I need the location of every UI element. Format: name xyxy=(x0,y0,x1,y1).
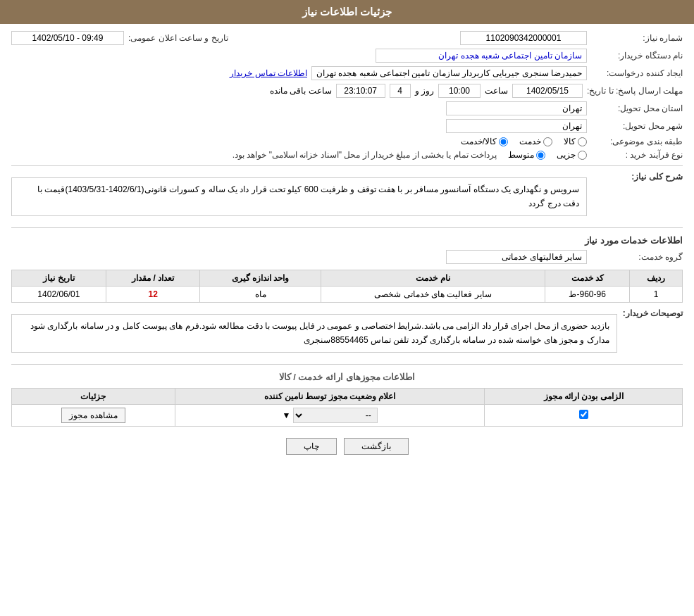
page-header: جزئیات اطلاعات نیاز xyxy=(0,0,694,24)
permit-required-checkbox[interactable] xyxy=(579,410,588,419)
service-group-label: گروه خدمت: xyxy=(591,252,683,262)
chevron-down-icon: ▼ xyxy=(282,410,290,420)
time-label: ساعت xyxy=(485,86,508,96)
action-buttons: بازگشت چاپ xyxy=(11,438,683,455)
category-radio-group: کالا خدمت کالا/خدمت xyxy=(461,137,587,146)
buyer-notes-row: توصیحات خریدار: بازدید حضوری از محل اجرا… xyxy=(11,308,683,358)
creator-value: حمیدرضا سنجری جیربایی کاربردار سازمان تا… xyxy=(311,66,587,80)
process-radio-group: جزیی متوسط پرداخت تمام یا بخشی از مبلغ خ… xyxy=(233,150,587,160)
contact-link[interactable]: اطلاعات تماس خریدار xyxy=(230,68,307,78)
col-code: کد خدمت xyxy=(545,270,629,286)
remaining-label: ساعت باقی مانده xyxy=(270,86,332,96)
divider-1 xyxy=(11,165,683,166)
day-label: روز و xyxy=(415,86,434,96)
description-label: شرح کلی نیاز: xyxy=(591,172,683,182)
content-area: شماره نیاز: 1102090342000001 تاریخ و ساع… xyxy=(0,24,694,462)
creator-label: ایجاد کننده درخواست: xyxy=(591,68,683,78)
city-row: شهر محل تحویل: تهران xyxy=(11,119,683,133)
province-label: استان محل تحویل: xyxy=(591,103,683,113)
process-option-minor[interactable]: جزیی xyxy=(557,150,587,160)
remaining-value: 23:10:07 xyxy=(336,84,385,98)
deadline-row: مهلت ارسال پاسخ: تا تاریخ: 1402/05/15 سا… xyxy=(11,84,683,98)
buyer-notes-text: بازدید حضوری از محل اجرای قرار داد الزام… xyxy=(11,314,617,353)
cell-row-num: 1 xyxy=(630,286,683,302)
permit-row: -- ▼ مشاهده مجوز xyxy=(12,404,683,426)
process-label: نوع فرآیند خرید : xyxy=(591,150,683,160)
process-note: پرداخت تمام یا بخشی از مبلغ خریدار از مح… xyxy=(233,150,497,160)
process-option-medium[interactable]: متوسط xyxy=(508,150,545,160)
divider-2 xyxy=(11,227,683,228)
process-radio-minor[interactable] xyxy=(578,151,587,160)
col-status: اعلام وضعیت مجوز توسط نامین کننده xyxy=(175,388,485,404)
cell-count: 12 xyxy=(106,286,200,302)
day-value: 4 xyxy=(390,84,411,98)
back-button[interactable]: بازگشت xyxy=(344,438,409,455)
col-name: نام خدمت xyxy=(321,270,545,286)
cell-unit: ماه xyxy=(200,286,321,302)
category-label: طبقه بندی موضوعی: xyxy=(591,137,683,146)
permit-required-cell xyxy=(485,404,683,426)
province-value: تهران xyxy=(446,101,587,115)
category-radio-both[interactable] xyxy=(499,137,508,146)
cell-name: سایر فعالیت های خدماتی شخصی xyxy=(321,286,545,302)
permit-details-cell: مشاهده مجوز xyxy=(12,404,175,426)
datetime-value: 1402/05/10 - 09:49 xyxy=(11,31,124,45)
deadline-label: مهلت ارسال پاسخ: تا تاریخ: xyxy=(587,86,683,96)
category-option-goods[interactable]: کالا xyxy=(564,137,587,146)
datetime-label: تاریخ و ساعت اعلان عمومی: xyxy=(128,33,228,43)
description-row: شرح کلی نیاز: سرویس و نگهداری یک دستگاه … xyxy=(11,172,683,222)
need-number-label: شماره نیاز: xyxy=(591,33,683,43)
col-details: جزئیات xyxy=(12,388,175,404)
services-table: ردیف کد خدمت نام خدمت واحد اندازه گیری ت… xyxy=(11,270,683,303)
permits-table: الزامی بودن ارائه مجوز اعلام وضعیت مجوز … xyxy=(11,388,683,427)
service-group-row: گروه خدمت: سایر فعالیتهای خدماتی xyxy=(11,250,683,264)
category-option-service[interactable]: خدمت xyxy=(519,137,552,146)
table-row: 1 960-96-ط سایر فعالیت های خدماتی شخصی م… xyxy=(12,286,683,302)
divider-3 xyxy=(11,364,683,365)
services-section-title: اطلاعات خدمات مورد نیاز xyxy=(11,235,683,246)
need-number-value: 1102090342000001 xyxy=(460,31,587,45)
col-row: ردیف xyxy=(630,270,683,286)
creator-row: ایجاد کننده درخواست: حمیدرضا سنجری جیربا… xyxy=(11,66,683,80)
services-table-section: ردیف کد خدمت نام خدمت واحد اندازه گیری ت… xyxy=(11,270,683,303)
services-table-header: ردیف کد خدمت نام خدمت واحد اندازه گیری ت… xyxy=(12,270,683,286)
page-wrapper: جزئیات اطلاعات نیاز شماره نیاز: 11020903… xyxy=(0,0,694,616)
city-value: تهران xyxy=(446,119,587,133)
permits-table-section: الزامی بودن ارائه مجوز اعلام وضعیت مجوز … xyxy=(11,388,683,427)
province-row: استان محل تحویل: تهران xyxy=(11,101,683,115)
category-radio-service[interactable] xyxy=(543,137,552,146)
print-button[interactable]: چاپ xyxy=(286,438,337,455)
description-text: سرویس و نگهداری یک دستگاه آسانسور مسافر … xyxy=(11,177,587,216)
col-unit: واحد اندازه گیری xyxy=(200,270,321,286)
buyer-org-value: سازمان تامین اجتماعی شعبه هجده تهران xyxy=(376,49,587,63)
buyer-notes-label: توصیحات خریدار: xyxy=(623,308,683,318)
category-row: طبقه بندی موضوعی: کالا خدمت کالا/خدمت xyxy=(11,137,683,146)
service-group-value: سایر فعالیتهای خدماتی xyxy=(446,250,587,264)
permits-table-header: الزامی بودن ارائه مجوز اعلام وضعیت مجوز … xyxy=(12,388,683,404)
page-title: جزئیات اطلاعات نیاز xyxy=(302,6,392,18)
city-label: شهر محل تحویل: xyxy=(591,121,683,131)
permit-status-cell: -- ▼ xyxy=(175,404,485,426)
permit-status-select[interactable]: -- xyxy=(293,408,378,423)
permits-section-title: اطلاعات مجوزهای ارائه خدمت / کالا xyxy=(11,372,683,382)
col-count: تعداد / مقدار xyxy=(106,270,200,286)
deadline-time: 10:00 xyxy=(438,84,481,98)
category-option-both[interactable]: کالا/خدمت xyxy=(461,137,508,146)
view-permit-button[interactable]: مشاهده مجوز xyxy=(61,408,125,423)
col-date: تاریخ نیاز xyxy=(12,270,106,286)
buyer-org-row: نام دستگاه خریدار: سازمان تامین اجتماعی … xyxy=(11,49,683,63)
process-row: نوع فرآیند خرید : جزیی متوسط پرداخت تمام… xyxy=(11,150,683,160)
cell-date: 1402/06/01 xyxy=(12,286,106,302)
process-radio-medium[interactable] xyxy=(536,151,545,160)
category-radio-goods[interactable] xyxy=(578,137,587,146)
cell-code: 960-96-ط xyxy=(545,286,629,302)
deadline-date: 1402/05/15 xyxy=(512,84,583,98)
buyer-org-label: نام دستگاه خریدار: xyxy=(591,51,683,61)
col-required: الزامی بودن ارائه مجوز xyxy=(485,388,683,404)
need-number-row: شماره نیاز: 1102090342000001 تاریخ و ساع… xyxy=(11,31,683,45)
